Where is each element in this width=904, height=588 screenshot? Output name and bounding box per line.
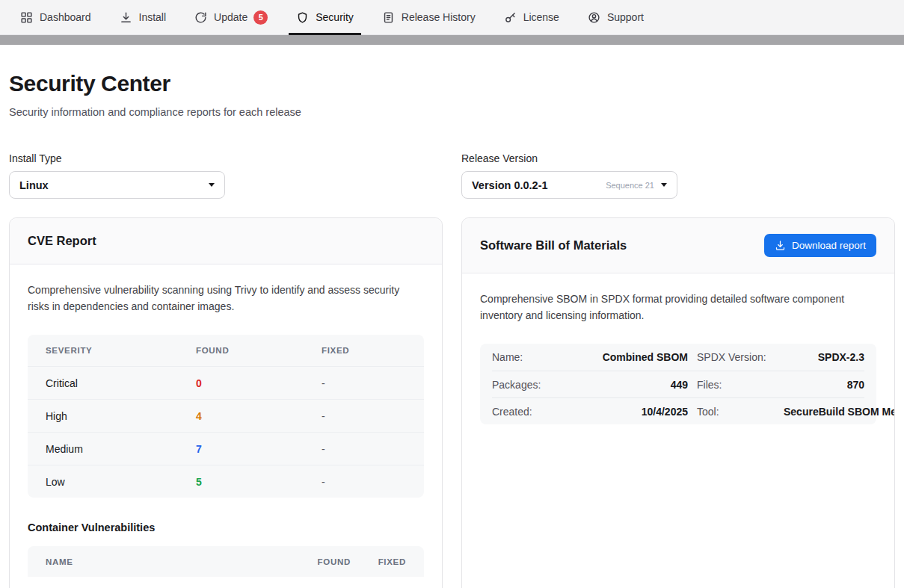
column-header-name: NAME bbox=[46, 557, 283, 566]
fixed-count: - bbox=[322, 443, 406, 455]
filters-row: Install Type Linux Release Version Versi… bbox=[9, 152, 895, 199]
detail-label: Packages: bbox=[492, 379, 550, 391]
sbom-description: Comprehensive SBOM in SPDX format provid… bbox=[480, 291, 873, 324]
chevron-down-icon bbox=[661, 183, 667, 187]
found-count: 7 bbox=[196, 443, 322, 455]
nav-item-label: Support bbox=[607, 11, 644, 23]
table-row-medium: Medium 7 - bbox=[28, 432, 424, 465]
detail-value: 10/4/2025 bbox=[559, 406, 688, 418]
sbom-title: Software Bill of Materials bbox=[480, 238, 627, 253]
container-table-header: NAME FOUND FIXED bbox=[28, 546, 424, 577]
severity-label: Medium bbox=[46, 443, 196, 455]
nav-item-dashboard[interactable]: Dashboard bbox=[13, 0, 99, 34]
sbom-header: Software Bill of Materials Download repo… bbox=[462, 218, 894, 273]
detail-label: Name: bbox=[492, 351, 550, 363]
top-navigation: Dashboard Install Update 5 Security Rele… bbox=[0, 0, 904, 35]
nav-item-update[interactable]: Update 5 bbox=[187, 0, 275, 34]
column-header-fixed: FIXED bbox=[322, 346, 406, 355]
refresh-icon bbox=[194, 11, 207, 24]
nav-item-security[interactable]: Security bbox=[289, 0, 361, 34]
nav-item-support[interactable]: Support bbox=[580, 0, 651, 34]
column-header-found: FOUND bbox=[196, 346, 322, 355]
detail-label: Files: bbox=[697, 379, 775, 391]
column-header-fixed: FIXED bbox=[351, 557, 406, 566]
release-version-select[interactable]: Version 0.0.2-1 Sequence 21 bbox=[461, 171, 677, 199]
found-count: 5 bbox=[196, 476, 322, 488]
download-icon bbox=[120, 11, 132, 24]
column-header-severity: SEVERITY bbox=[46, 346, 196, 355]
nav-item-release-history[interactable]: Release History bbox=[375, 0, 483, 34]
install-type-value: Linux bbox=[19, 179, 49, 191]
detail-label: Tool: bbox=[697, 406, 775, 418]
nav-item-label: Dashboard bbox=[40, 11, 91, 23]
detail-label: Created: bbox=[492, 406, 550, 418]
detail-row-created: Created: 10/4/2025 Tool: SecureBuild SBO… bbox=[492, 397, 864, 424]
download-report-label: Download report bbox=[792, 240, 866, 251]
cve-report-body: Comprehensive vulnerability scanning usi… bbox=[10, 264, 442, 588]
sbom-details-panel: Name: Combined SBOM SPDX Version: SPDX-2… bbox=[480, 344, 876, 424]
nav-item-label: License bbox=[523, 11, 559, 23]
severity-label: Critical bbox=[46, 377, 196, 389]
cve-report-title: CVE Report bbox=[28, 234, 96, 248]
separator-band bbox=[0, 35, 904, 45]
nav-item-label: Update bbox=[214, 11, 247, 23]
fixed-count: - bbox=[322, 410, 406, 422]
document-icon bbox=[382, 11, 395, 24]
cve-report-card: CVE Report Comprehensive vulnerability s… bbox=[9, 217, 443, 588]
release-version-value: Version 0.0.2-1 bbox=[472, 179, 548, 191]
sbom-body: Comprehensive SBOM in SPDX format provid… bbox=[462, 273, 894, 442]
nav-item-label: Install bbox=[139, 11, 167, 23]
release-version-filter: Release Version Version 0.0.2-1 Sequence… bbox=[461, 152, 677, 199]
detail-label: SPDX Version: bbox=[697, 351, 775, 363]
update-count-badge: 5 bbox=[253, 10, 268, 25]
key-icon bbox=[504, 11, 517, 24]
release-version-label: Release Version bbox=[461, 152, 677, 164]
nav-item-label: Release History bbox=[402, 11, 476, 23]
column-header-found: FOUND bbox=[283, 557, 351, 566]
severity-label: High bbox=[46, 410, 196, 422]
install-type-filter: Install Type Linux bbox=[9, 152, 225, 199]
cve-report-header: CVE Report bbox=[10, 218, 442, 264]
container-vulnerabilities-title: Container Vulnerabilities bbox=[28, 522, 424, 533]
grid-icon bbox=[20, 11, 33, 24]
severity-label: Low bbox=[46, 476, 196, 488]
fixed-count: - bbox=[322, 476, 406, 488]
severity-table: SEVERITY FOUND FIXED Critical 0 - High 4… bbox=[28, 335, 424, 498]
cards-row: CVE Report Comprehensive vulnerability s… bbox=[9, 217, 895, 588]
found-count: 0 bbox=[196, 377, 322, 389]
user-circle-icon bbox=[588, 11, 600, 24]
sbom-card: Software Bill of Materials Download repo… bbox=[461, 217, 895, 588]
page-title: Security Center bbox=[9, 71, 895, 96]
table-row-high: High 4 - bbox=[28, 399, 424, 432]
detail-value: 449 bbox=[559, 379, 688, 391]
nav-item-license[interactable]: License bbox=[496, 0, 567, 34]
nav-item-install[interactable]: Install bbox=[112, 0, 174, 34]
download-icon bbox=[775, 240, 786, 251]
detail-value: Combined SBOM bbox=[559, 351, 688, 363]
detail-value: SecureBuild SBOM Merger bbox=[784, 406, 895, 418]
detail-value: 870 bbox=[784, 379, 864, 391]
table-row-critical: Critical 0 - bbox=[28, 366, 424, 399]
severity-table-header: SEVERITY FOUND FIXED bbox=[28, 335, 424, 366]
page-subtitle: Security information and compliance repo… bbox=[9, 106, 895, 118]
fixed-count: - bbox=[322, 377, 406, 389]
table-row-low: Low 5 - bbox=[28, 465, 424, 498]
cve-report-description: Comprehensive vulnerability scanning usi… bbox=[28, 282, 420, 315]
nav-item-label: Security bbox=[316, 11, 354, 23]
sequence-meta: Sequence 21 bbox=[606, 181, 654, 190]
detail-value: SPDX-2.3 bbox=[784, 351, 864, 363]
install-type-label: Install Type bbox=[9, 152, 225, 164]
download-report-button[interactable]: Download report bbox=[764, 234, 876, 257]
detail-row-name: Name: Combined SBOM SPDX Version: SPDX-2… bbox=[492, 344, 864, 371]
chevron-down-icon bbox=[209, 183, 215, 187]
shield-icon bbox=[296, 11, 309, 24]
detail-row-packages: Packages: 449 Files: 870 bbox=[492, 371, 864, 397]
main-content: Security Center Security information and… bbox=[0, 45, 904, 588]
install-type-select[interactable]: Linux bbox=[9, 171, 225, 199]
found-count: 4 bbox=[196, 410, 322, 422]
